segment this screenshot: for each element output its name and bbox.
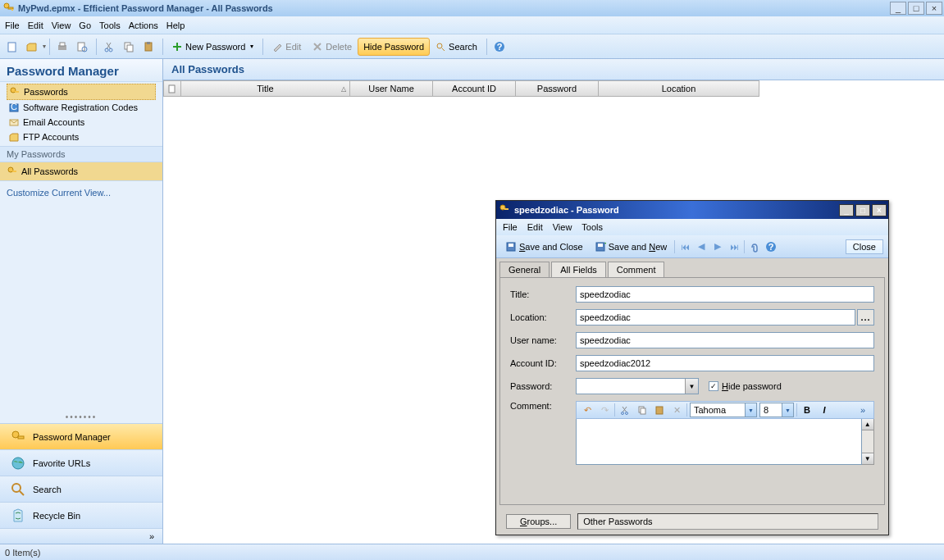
dialog-menubar: File Edit View Tools xyxy=(496,219,888,235)
print-preview-button[interactable] xyxy=(73,38,91,56)
svg-rect-5 xyxy=(60,43,65,46)
tab-all-fields[interactable]: All Fields xyxy=(551,262,606,277)
dialog-titlebar[interactable]: speedzodiac - Password _ □ × xyxy=(496,201,888,219)
font-size-combo[interactable]: 8 ▼ xyxy=(759,403,794,417)
rt-more-button[interactable]: » xyxy=(855,403,870,417)
open-file-button[interactable] xyxy=(23,38,41,56)
search-button[interactable]: Search xyxy=(430,38,483,56)
menu-view[interactable]: View xyxy=(52,20,71,30)
title-input[interactable] xyxy=(576,286,874,303)
last-record-button[interactable]: ⏭ xyxy=(727,240,741,253)
copy-button[interactable] xyxy=(120,38,138,56)
print-button[interactable] xyxy=(53,38,71,56)
dlg-menu-edit[interactable]: Edit xyxy=(527,222,543,232)
col-icon[interactable] xyxy=(163,80,181,97)
col-password[interactable]: Password xyxy=(516,80,599,97)
dlg-menu-view[interactable]: View xyxy=(553,222,572,232)
undo-button[interactable]: ↶ xyxy=(580,403,595,417)
dlg-menu-file[interactable]: File xyxy=(503,222,518,232)
cut-rt-button[interactable] xyxy=(618,403,632,417)
maximize-button[interactable]: □ xyxy=(908,2,924,15)
password-dropdown-button[interactable]: ▼ xyxy=(685,379,698,394)
save-and-new-button[interactable]: + Save and New xyxy=(591,239,672,255)
dialog-help-button[interactable]: ? xyxy=(764,240,778,253)
my-passwords-section: My Passwords xyxy=(0,146,162,162)
dialog-close-button[interactable]: × xyxy=(872,204,887,216)
tab-general[interactable]: General xyxy=(499,262,550,277)
save-and-close-button[interactable]: Save and Close xyxy=(501,239,587,255)
nav-search[interactable]: Search xyxy=(0,476,162,502)
col-location[interactable]: Location xyxy=(599,80,759,97)
copy-rt-button[interactable] xyxy=(635,403,650,417)
menu-file[interactable]: File xyxy=(5,20,20,30)
all-passwords-row[interactable]: All Passwords xyxy=(0,162,162,180)
tab-comment[interactable]: Comment xyxy=(608,262,665,277)
comment-textarea[interactable] xyxy=(576,419,862,465)
delete-rt-button[interactable]: ✕ xyxy=(669,403,684,417)
first-record-button[interactable]: ⏮ xyxy=(678,240,691,253)
hide-password-checkbox[interactable]: ✓ xyxy=(709,381,718,391)
nav-password-manager[interactable]: Password Manager xyxy=(0,423,162,449)
location-input[interactable] xyxy=(576,309,855,326)
font-name-combo[interactable]: Tahoma ▼ xyxy=(690,403,757,417)
help-button[interactable]: ? xyxy=(490,38,508,56)
paste-button[interactable] xyxy=(139,38,157,56)
comment-scrollbar[interactable]: ▲▼ xyxy=(862,419,874,465)
nav-recycle-bin[interactable]: Recycle Bin xyxy=(0,502,162,528)
menu-edit[interactable]: Edit xyxy=(28,20,43,30)
minimize-button[interactable]: _ xyxy=(890,2,906,15)
dialog-minimize-button[interactable]: _ xyxy=(839,204,854,216)
nav-more-button[interactable]: » xyxy=(0,528,162,544)
tree-item-software[interactable]: C Software Registration Codes xyxy=(7,100,156,115)
password-label: Password: xyxy=(510,381,576,391)
dialog-maximize-button[interactable]: □ xyxy=(855,204,870,216)
close-button[interactable]: × xyxy=(926,2,942,15)
customize-view-link[interactable]: Customize Current View... xyxy=(0,181,162,204)
svg-rect-23 xyxy=(12,171,16,172)
nav-favorite-urls[interactable]: Favorite URLs xyxy=(0,449,162,476)
account-input[interactable] xyxy=(576,355,874,371)
menu-go[interactable]: Go xyxy=(79,20,91,30)
svg-text:?: ? xyxy=(768,242,774,252)
dlg-menu-tools[interactable]: Tools xyxy=(581,222,603,232)
cut-button[interactable] xyxy=(100,38,118,56)
tree-item-passwords[interactable]: Passwords xyxy=(7,84,156,100)
tab-panel-general: Title: Location: ... User name: Account … xyxy=(499,277,885,505)
menu-help[interactable]: Help xyxy=(166,20,185,30)
col-title[interactable]: Title△ xyxy=(181,80,350,97)
new-file-button[interactable] xyxy=(3,38,21,56)
groups-button[interactable]: Groups... xyxy=(506,514,571,529)
prev-record-button[interactable]: ◀ xyxy=(695,240,708,253)
hide-password-cb-label: Hide password xyxy=(722,381,782,391)
italic-button[interactable]: I xyxy=(817,403,832,417)
col-username[interactable]: User Name xyxy=(350,80,433,97)
password-combobox[interactable]: ▼ xyxy=(576,378,699,394)
next-record-button[interactable]: ▶ xyxy=(711,240,724,253)
tree-item-ftp[interactable]: FTP Accounts xyxy=(7,130,156,144)
svg-rect-28 xyxy=(169,85,175,93)
tree-item-email[interactable]: Email Accounts xyxy=(7,115,156,130)
globe-icon xyxy=(10,455,26,471)
main-menubar: File Edit View Go Tools Actions Help xyxy=(0,16,944,34)
menu-actions[interactable]: Actions xyxy=(129,20,158,30)
new-password-button[interactable]: New Password ▾ xyxy=(166,38,259,56)
collapse-grip[interactable]: ••••••• xyxy=(0,411,162,423)
recycle-icon xyxy=(10,508,26,524)
main-titlebar: MyPwd.epmx - Efficient Password Manager … xyxy=(0,0,944,16)
col-accountid[interactable]: Account ID xyxy=(433,80,516,97)
main-toolbar: ▾ New Password ▾ Edit Delete Hide Passwo… xyxy=(0,34,944,59)
menu-tools[interactable]: Tools xyxy=(99,20,121,30)
dialog-close-toolbar-button[interactable]: Close xyxy=(846,239,883,254)
svg-point-38 xyxy=(622,412,624,415)
location-browse-button[interactable]: ... xyxy=(857,309,874,326)
username-input[interactable] xyxy=(576,332,874,348)
hide-password-button[interactable]: Hide Password xyxy=(358,38,430,56)
delete-button[interactable]: Delete xyxy=(307,38,358,56)
edit-button[interactable]: Edit xyxy=(267,38,307,56)
all-passwords-label: All Passwords xyxy=(21,166,78,176)
bold-button[interactable]: B xyxy=(800,403,814,417)
svg-rect-1 xyxy=(8,7,13,9)
attachment-button[interactable] xyxy=(748,240,761,253)
redo-button[interactable]: ↷ xyxy=(597,403,612,417)
paste-rt-button[interactable] xyxy=(652,403,667,417)
